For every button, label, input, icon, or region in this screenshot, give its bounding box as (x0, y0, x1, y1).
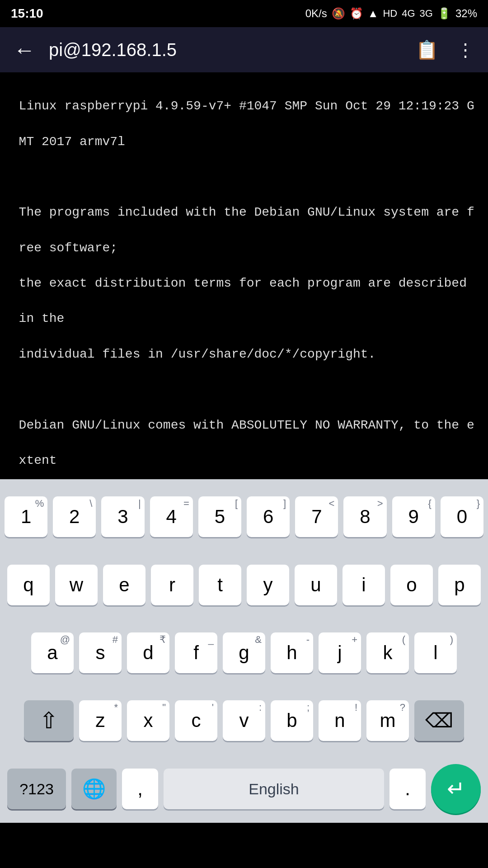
space-key[interactable]: English (164, 769, 384, 809)
key-4[interactable]: =4 (150, 496, 193, 537)
key-l[interactable]: )l (414, 632, 457, 673)
period-key[interactable]: . (389, 769, 426, 809)
terminal-line-4: The programs included with the Debian GN… (19, 205, 474, 219)
keyboard-num-row: %1\2|3=4[5]6<7>8{9}0 (0, 483, 488, 551)
terminal-line-5: ree software; (19, 241, 117, 255)
key-f[interactable]: _f (175, 632, 217, 673)
keyboard-bottom-row: ?123🌐,English.↵ (0, 755, 488, 823)
network-speed: 0K/s (305, 7, 327, 20)
key-y[interactable]: y (247, 565, 289, 605)
keyboard: %1\2|3=4[5]6<7>8{9}0 qwertyuiop @a#s₹d_f… (0, 479, 488, 823)
terminal-line-2: MT 2017 armv7l (19, 135, 125, 149)
key-9[interactable]: {9 (392, 496, 435, 537)
terminal-line-11: xtent (19, 453, 57, 467)
key-k[interactable]: (k (366, 632, 409, 673)
key-r[interactable]: r (151, 565, 193, 605)
key-u[interactable]: u (295, 565, 337, 605)
hd-icon: HD (383, 8, 397, 19)
terminal-line-1: Linux raspberrypi 4.9.59-v7+ #1047 SMP S… (19, 99, 474, 113)
num-switch-button[interactable]: ?123 (7, 769, 66, 809)
key-a[interactable]: @a (31, 632, 74, 673)
key-3[interactable]: |3 (101, 496, 144, 537)
key-o[interactable]: o (390, 565, 433, 605)
key-x[interactable]: "x (127, 700, 169, 741)
key-w[interactable]: w (55, 565, 98, 605)
key-g[interactable]: &g (223, 632, 265, 673)
3g-icon: 3G (420, 8, 433, 19)
key-q[interactable]: q (7, 565, 50, 605)
status-bar: 15:10 0K/s 🔕 ⏰ ▲ HD 4G 3G 🔋 32% (0, 0, 488, 27)
backspace-button[interactable]: ⌫ (414, 700, 464, 741)
key-c[interactable]: 'c (175, 700, 217, 741)
key-e[interactable]: e (103, 565, 145, 605)
terminal-line-10: Debian GNU/Linux comes with ABSOLUTELY N… (19, 418, 474, 432)
terminal-line-6: the exact distribution terms for each pr… (19, 276, 467, 290)
key-8[interactable]: >8 (343, 496, 386, 537)
key-i[interactable]: i (343, 565, 385, 605)
key-z[interactable]: *z (79, 700, 122, 741)
key-5[interactable]: [5 (198, 496, 241, 537)
connection-title: pi@192.168.1.5 (49, 40, 402, 60)
key-v[interactable]: :v (223, 700, 265, 741)
key-6[interactable]: ]6 (247, 496, 290, 537)
battery-percent: 32% (455, 7, 477, 20)
4g-icon: 4G (402, 8, 415, 19)
keyboard-z-row: ⇧*z"x'c:v;b!n?m⌫ (0, 687, 488, 755)
globe-button[interactable]: 🌐 (71, 769, 117, 809)
key-d[interactable]: ₹d (127, 632, 169, 673)
status-icons: 0K/s 🔕 ⏰ ▲ HD 4G 3G 🔋 32% (305, 7, 477, 20)
key-p[interactable]: p (438, 565, 481, 605)
app-bar: ← pi@192.168.1.5 📋 ⋮ (0, 27, 488, 72)
key-t[interactable]: t (199, 565, 241, 605)
mute-icon: 🔕 (332, 7, 345, 20)
key-2[interactable]: \2 (53, 496, 96, 537)
key-j[interactable]: +j (319, 632, 361, 673)
key-s[interactable]: #s (79, 632, 122, 673)
battery-icon: 🔋 (437, 7, 451, 20)
key-1[interactable]: %1 (5, 496, 47, 537)
key-b[interactable]: ;b (271, 700, 313, 741)
enter-button[interactable]: ↵ (431, 764, 481, 814)
key-h[interactable]: -h (271, 632, 313, 673)
key-0[interactable]: }0 (441, 496, 483, 537)
keyboard-a-row: @a#s₹d_f&g-h+j(k)l (0, 619, 488, 687)
status-time: 15:10 (11, 6, 43, 21)
terminal-output[interactable]: Linux raspberrypi 4.9.59-v7+ #1047 SMP S… (0, 72, 488, 479)
key-n[interactable]: !n (319, 700, 361, 741)
keyboard-q-row: qwertyuiop (0, 551, 488, 618)
wifi-icon: ▲ (368, 7, 379, 20)
back-button[interactable]: ← (9, 33, 40, 67)
comma-key[interactable]: , (122, 769, 158, 809)
terminal-line-8: individual files in /usr/share/doc/*/cop… (19, 347, 376, 361)
menu-button[interactable]: ⋮ (452, 35, 479, 65)
key-7[interactable]: <7 (295, 496, 338, 537)
terminal-line-7: in the (19, 311, 65, 326)
alarm-icon: ⏰ (350, 7, 363, 20)
key-m[interactable]: ?m (366, 700, 409, 741)
shift-button[interactable]: ⇧ (24, 700, 74, 741)
clipboard-button[interactable]: 📋 (411, 35, 443, 65)
